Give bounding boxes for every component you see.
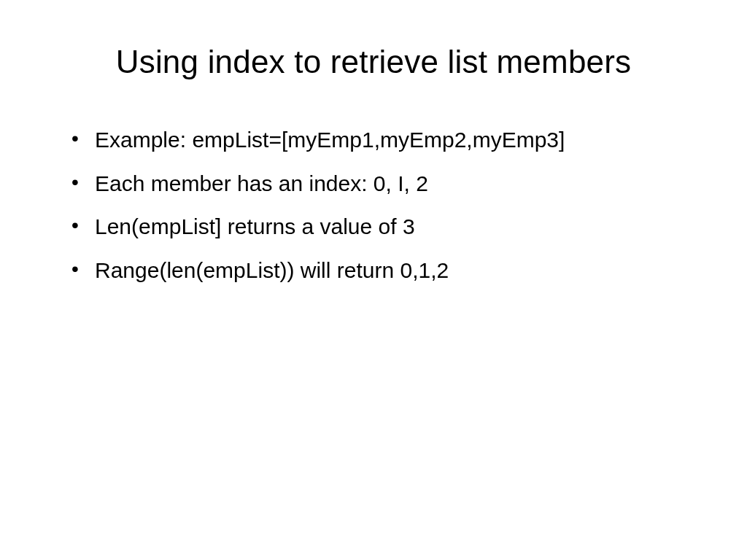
slide-title: Using index to retrieve list members [66,44,681,80]
bullet-item: Range(len(empList)) will return 0,1,2 [71,254,681,287]
bullet-item: Each member has an index: 0, I, 2 [71,168,681,200]
bullet-item: Example: empList=[myEmp1,myEmp2,myEmp3] [71,124,681,156]
bullet-item: Len(empList] returns a value of 3 [71,211,681,243]
bullets-list: Example: empList=[myEmp1,myEmp2,myEmp3] … [66,124,681,286]
